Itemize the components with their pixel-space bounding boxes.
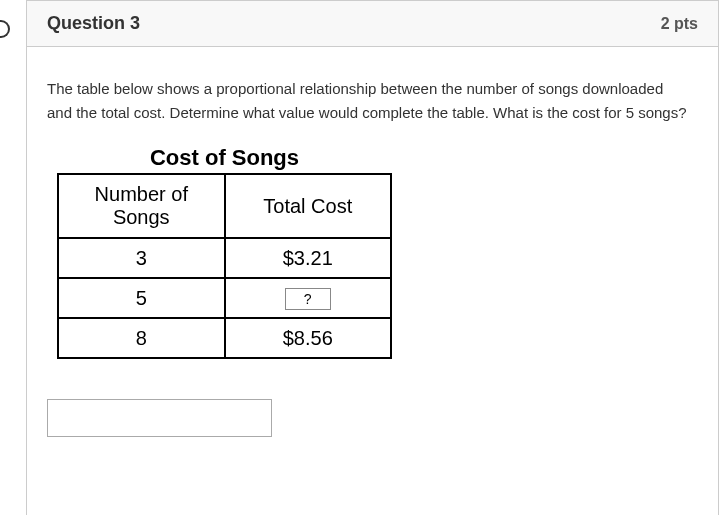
cell-cost: $3.21 [225, 238, 392, 278]
table-header-row: Number of Songs Total Cost [58, 174, 391, 238]
table-row: 5 ? [58, 278, 391, 318]
question-points: 2 pts [661, 15, 698, 33]
question-header: Question 3 2 pts [27, 1, 718, 47]
cell-songs: 5 [58, 278, 225, 318]
cell-songs: 3 [58, 238, 225, 278]
cell-cost: ? [225, 278, 392, 318]
data-table: Number of Songs Total Cost 3 $3.21 5 ? [57, 173, 392, 359]
question-title: Question 3 [47, 13, 140, 34]
table-row: 8 $8.56 [58, 318, 391, 358]
question-marker-icon [0, 20, 10, 38]
table-title: Cost of Songs [57, 145, 392, 171]
unknown-value-box: ? [285, 288, 331, 310]
cell-songs: 8 [58, 318, 225, 358]
col-header-cost: Total Cost [225, 174, 392, 238]
question-body: The table below shows a proportional rel… [27, 47, 718, 457]
col-header-songs: Number of Songs [58, 174, 225, 238]
cell-cost: $8.56 [225, 318, 392, 358]
answer-input[interactable] [47, 399, 272, 437]
table-wrapper: Cost of Songs Number of Songs Total Cost… [47, 145, 698, 359]
question-prompt: The table below shows a proportional rel… [47, 77, 687, 125]
table-row: 3 $3.21 [58, 238, 391, 278]
question-container: Question 3 2 pts The table below shows a… [26, 0, 719, 515]
